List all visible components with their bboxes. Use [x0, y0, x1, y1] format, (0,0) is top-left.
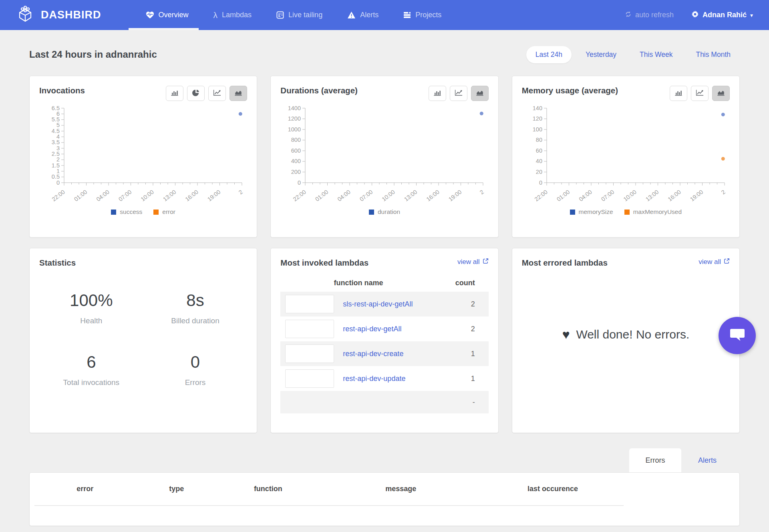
column-header-error: error	[30, 485, 140, 493]
summary-row: Statistics 100%Health8sBilled duration6T…	[29, 248, 740, 433]
bar-chart-icon	[171, 89, 179, 97]
alert-triangle-icon	[347, 11, 356, 19]
area-chart-icon	[234, 89, 242, 97]
lambda-row: rest-api-dev-update1	[280, 366, 488, 391]
range-tab-this-week[interactable]: This Week	[630, 46, 682, 63]
legend-item: duration	[369, 208, 400, 216]
svg-text:19:00: 19:00	[447, 189, 463, 203]
pie-chart-button[interactable]	[187, 86, 205, 101]
most-errored-card: Most errored lambdas view all ♥ Well don…	[512, 248, 740, 433]
line-chart-button[interactable]	[208, 86, 226, 101]
pie-chart-icon	[192, 89, 199, 98]
area-chart-button[interactable]	[712, 86, 730, 101]
stat-value: 100%	[39, 291, 143, 310]
bar-chart-button[interactable]	[670, 86, 687, 101]
lambda-link[interactable]: rest-api-dev-create	[343, 350, 403, 358]
user-menu[interactable]: Adnan Rahić ▾	[691, 10, 753, 20]
lambda-link[interactable]: rest-api-dev-update	[343, 375, 405, 383]
area-chart-button[interactable]	[471, 86, 489, 101]
area-chart-button[interactable]	[229, 86, 247, 101]
stat-value: 8s	[143, 291, 248, 310]
lambda-row: rest-api-dev-getAll2	[280, 316, 488, 341]
stat-billed-duration: 8sBilled duration	[143, 291, 248, 325]
svg-text:22:00: 22:00	[292, 189, 307, 203]
external-link-icon	[724, 258, 730, 266]
lambda-row: sls-rest-api-dev-getAll2	[280, 292, 488, 316]
svg-text:16:00: 16:00	[184, 189, 199, 203]
svg-text:20: 20	[536, 169, 542, 175]
chat-button[interactable]	[719, 317, 756, 354]
chart-legend: memorySizemaxMemoryUsed	[522, 208, 730, 216]
svg-text:10:00: 10:00	[139, 189, 155, 203]
lambda-link[interactable]: rest-api-dev-getAll	[343, 325, 401, 333]
svg-text:40: 40	[536, 158, 542, 164]
stat-label: Billed duration	[143, 316, 248, 325]
legend-item: success	[111, 208, 142, 216]
line-chart-button[interactable]	[450, 86, 467, 101]
gear-icon	[691, 10, 699, 20]
svg-text:0: 0	[56, 179, 60, 186]
stat-label: Health	[39, 316, 143, 325]
refresh-icon	[625, 11, 632, 20]
line-chart-button[interactable]	[691, 86, 709, 101]
tab-errors[interactable]: Errors	[629, 448, 681, 472]
svg-text:22:00: 22:00	[533, 189, 548, 203]
legend-item: error	[153, 208, 175, 216]
stat-value: 0	[143, 353, 248, 372]
nav-item-alerts[interactable]: Alerts	[335, 0, 391, 30]
projects-icon	[403, 12, 411, 18]
range-tab-this-month[interactable]: This Month	[686, 46, 740, 63]
bar-chart-button[interactable]	[429, 86, 446, 101]
chart-legend: duration	[280, 208, 488, 216]
svg-text:80: 80	[536, 137, 542, 143]
time-range-tabs: Last 24hYesterdayThis WeekThis Month	[526, 46, 740, 63]
bar-chart-button[interactable]	[166, 86, 183, 101]
legend-swatch	[111, 210, 116, 215]
view-all-invoked-link[interactable]: view all	[457, 258, 489, 266]
nav-item-label: Projects	[415, 11, 441, 19]
page-title: Last 24 hours in adnanrahic	[29, 49, 157, 60]
heartbeat-icon	[146, 11, 154, 19]
errors-table-card: errortypefunctionmessagelast occurence	[29, 472, 740, 526]
chart-title: Memory usage (average)	[522, 86, 618, 95]
nav-item-live-tailing[interactable]: Live tailing	[264, 0, 335, 30]
nav-item-projects[interactable]: Projects	[391, 0, 454, 30]
lambda-link[interactable]: sls-rest-api-dev-getAll	[343, 300, 413, 308]
bar-chart-icon	[674, 89, 682, 97]
svg-text:140: 140	[532, 105, 542, 111]
brand[interactable]: DASHBIRD	[16, 5, 101, 25]
no-errors-text: Well done! No errors.	[576, 328, 689, 341]
svg-text:13:00: 13:00	[162, 189, 177, 203]
stat-value: 6	[39, 353, 143, 372]
chart-plot: 14012010080604020022:0001:0004:0007:0010…	[522, 103, 729, 206]
lambda-count: 1	[437, 350, 489, 358]
nav-item-label: Live tailing	[288, 11, 322, 19]
dashbird-logo-icon	[16, 5, 34, 25]
bottom-tabs: ErrorsAlerts	[29, 448, 740, 472]
range-tab-yesterday[interactable]: Yesterday	[576, 46, 626, 63]
table-header-divider	[34, 505, 624, 506]
invocations-card: Invocations 6.565.554.543.532.521.510.50…	[29, 76, 257, 238]
line-chart-icon	[696, 89, 704, 97]
svg-text:07:00: 07:00	[600, 189, 615, 203]
tab-alerts[interactable]: Alerts	[681, 448, 733, 472]
svg-text:1400: 1400	[288, 105, 301, 111]
range-tab-last-24h[interactable]: Last 24h	[526, 46, 572, 63]
brand-name: DASHBIRD	[41, 9, 101, 21]
svg-text:16:00: 16:00	[666, 189, 682, 203]
svg-text:1200: 1200	[288, 115, 301, 122]
invoked-lambdas-table: function namecountsls-rest-api-dev-getAl…	[280, 274, 488, 413]
durations-card: Durations (average) 14001200100080060040…	[270, 76, 498, 238]
view-all-errored-link[interactable]: view all	[699, 258, 730, 266]
view-all-label: view all	[457, 258, 480, 266]
nav-item-overview[interactable]: Overview	[133, 0, 201, 30]
auto-refresh-button[interactable]: auto refresh	[625, 11, 674, 20]
chart-title: Invocations	[39, 86, 85, 95]
nav-item-lambdas[interactable]: λLambdas	[201, 0, 264, 30]
chart-plot-area: 6.565.554.543.532.521.510.5022:0001:0004…	[39, 103, 247, 208]
legend-swatch	[624, 210, 630, 215]
invoked-table-header: function namecount	[280, 274, 488, 292]
column-header-type: type	[140, 485, 213, 493]
svg-text:400: 400	[291, 158, 301, 164]
statistics-title: Statistics	[39, 258, 247, 268]
